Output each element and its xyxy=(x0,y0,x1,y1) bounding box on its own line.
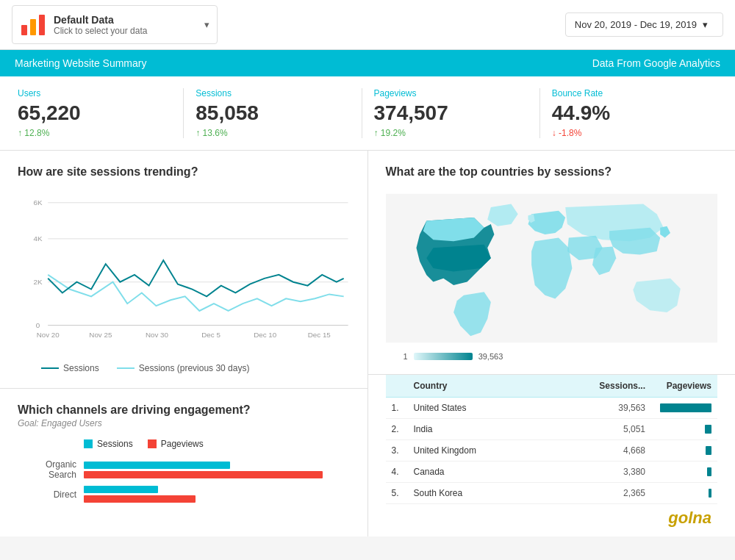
metric-pageviews-change: ↑ 19.2% xyxy=(374,128,528,138)
data-selector-subtitle: Click to select your data xyxy=(54,26,147,36)
table-row: 4. Canada 3,380 xyxy=(386,462,718,483)
svg-text:Dec 15: Dec 15 xyxy=(308,331,331,339)
svg-text:4K: 4K xyxy=(33,234,42,243)
sessions-chart-container: 6K 4K 2K 0 Nov 20 xyxy=(18,190,350,354)
row-sessions: 4,668 xyxy=(579,445,645,456)
sessions-chart-section: How are site sessions trending? 6K 4K 2K… xyxy=(0,151,368,389)
legend-sessions-prev: Sessions (previous 30 days) xyxy=(117,363,250,373)
bar-direct-sessions xyxy=(84,486,158,493)
row-country: Canada xyxy=(414,467,580,477)
row-pageviews xyxy=(645,446,711,455)
map-section: What are the top countries by sessions? xyxy=(368,151,736,375)
main-content: How are site sessions trending? 6K 4K 2K… xyxy=(0,151,735,536)
bar-organic-sessions xyxy=(84,462,230,469)
map-range-bar xyxy=(414,353,473,360)
date-arrow-icon: ▾ xyxy=(703,19,708,30)
bar-group-organic xyxy=(84,462,350,478)
channels-title: Which channels are driving engagement? xyxy=(18,403,350,417)
row-pageviews xyxy=(645,489,711,498)
row-sessions: 5,051 xyxy=(579,424,645,434)
metric-sessions-change: ↑ 13.6% xyxy=(196,128,349,138)
svg-rect-2 xyxy=(39,15,45,35)
col-header-country: Country xyxy=(414,381,580,391)
metric-sessions: Sessions 85,058 ↑ 13.6% xyxy=(184,88,362,138)
channels-goal: Goal: Engaged Users xyxy=(18,418,350,428)
metrics-bar: Users 65,220 ↑ 12.8% Sessions 85,058 ↑ 1… xyxy=(0,76,735,151)
ch-legend-sessions: Sessions xyxy=(84,439,133,449)
metric-bounce-value: 44.9% xyxy=(552,101,706,125)
pageview-bar xyxy=(707,467,711,476)
sessions-chart-svg: 6K 4K 2K 0 Nov 20 xyxy=(18,190,350,352)
col-header-sessions: Sessions... xyxy=(579,381,645,391)
metric-sessions-value: 85,058 xyxy=(196,101,349,125)
data-selector[interactable]: Default Data Click to select your data ▾ xyxy=(12,5,218,44)
legend-sessions-prev-label: Sessions (previous 30 days) xyxy=(139,363,250,373)
metric-bounce-rate: Bounce Rate 44.9% ↓ -1.8% xyxy=(540,88,717,138)
row-pageviews xyxy=(645,425,711,434)
svg-text:Dec 10: Dec 10 xyxy=(254,331,277,339)
pageview-bar xyxy=(709,489,711,498)
bar-group-direct xyxy=(84,486,350,503)
metric-pageviews: Pageviews 374,507 ↑ 19.2% xyxy=(362,88,540,138)
row-country: United States xyxy=(414,403,580,413)
metric-users: Users 65,220 ↑ 12.8% xyxy=(18,88,184,138)
metric-sessions-label: Sessions xyxy=(196,88,349,98)
channels-section: Which channels are driving engagement? G… xyxy=(0,389,368,523)
left-panel: How are site sessions trending? 6K 4K 2K… xyxy=(0,151,368,536)
row-country: United Kingdom xyxy=(414,445,580,456)
sessions-chart-title: How are site sessions trending? xyxy=(18,165,350,179)
banner: Marketing Website Summary Data From Goog… xyxy=(0,50,735,76)
map-container xyxy=(386,187,718,349)
right-panel: What are the top countries by sessions? xyxy=(368,151,736,536)
table-row: 3. United Kingdom 4,668 xyxy=(386,440,718,462)
chart-icon xyxy=(20,10,46,39)
svg-text:Dec 5: Dec 5 xyxy=(201,331,220,339)
brand-logo: golna xyxy=(356,506,724,531)
metric-users-change: ↑ 12.8% xyxy=(18,128,171,138)
svg-rect-0 xyxy=(21,25,27,35)
col-header-num xyxy=(392,381,414,391)
svg-rect-1 xyxy=(30,19,36,35)
metric-bounce-change: ↓ -1.8% xyxy=(552,128,706,138)
svg-text:0: 0 xyxy=(36,321,40,329)
row-sessions: 39,563 xyxy=(579,403,645,413)
ch-legend-pageviews-label: Pageviews xyxy=(161,439,204,449)
date-range-selector[interactable]: Nov 20, 2019 - Dec 19, 2019 ▾ xyxy=(565,12,723,37)
table-row: 1. United States 39,563 xyxy=(386,398,718,419)
metric-pageviews-value: 374,507 xyxy=(374,101,528,125)
bar-label-organic: Organic Search xyxy=(18,459,84,480)
svg-text:Nov 30: Nov 30 xyxy=(146,331,169,339)
map-range: 1 39,563 xyxy=(386,349,718,367)
col-header-pageviews: Pageviews xyxy=(645,381,711,391)
metric-pageviews-label: Pageviews xyxy=(374,88,528,98)
map-title: What are the top countries by sessions? xyxy=(386,165,718,179)
banner-title: Marketing Website Summary xyxy=(15,57,146,69)
country-table: Country Sessions... Pageviews 1. United … xyxy=(368,375,736,511)
bar-row-organic: Organic Search xyxy=(18,459,350,480)
legend-sessions-label: Sessions xyxy=(63,363,99,373)
svg-text:Nov 20: Nov 20 xyxy=(37,331,60,339)
ch-dot-sessions xyxy=(84,439,93,448)
map-range-min: 1 xyxy=(404,352,408,361)
row-country: India xyxy=(414,424,580,434)
ch-legend-sessions-label: Sessions xyxy=(97,439,133,449)
table-row: 2. India 5,051 xyxy=(386,419,718,440)
row-num: 1. xyxy=(392,403,414,413)
row-num: 2. xyxy=(392,424,414,434)
channels-legend: Sessions Pageviews xyxy=(84,439,350,449)
legend-sessions-prev-line xyxy=(117,367,135,369)
row-country: South Korea xyxy=(414,488,580,498)
pageview-bar xyxy=(660,403,711,412)
sessions-chart-legend: Sessions Sessions (previous 30 days) xyxy=(18,363,350,373)
row-pageviews xyxy=(645,467,711,476)
data-selector-title: Default Data xyxy=(54,14,147,26)
ch-legend-pageviews: Pageviews xyxy=(148,439,204,449)
row-num: 5. xyxy=(392,488,414,498)
world-map-svg xyxy=(386,187,718,349)
pageview-bar xyxy=(705,425,711,434)
bar-label-direct: Direct xyxy=(18,489,84,500)
chevron-down-icon: ▾ xyxy=(204,19,209,30)
legend-sessions: Sessions xyxy=(41,363,99,373)
row-pageviews xyxy=(645,403,711,412)
svg-text:2K: 2K xyxy=(33,278,42,286)
